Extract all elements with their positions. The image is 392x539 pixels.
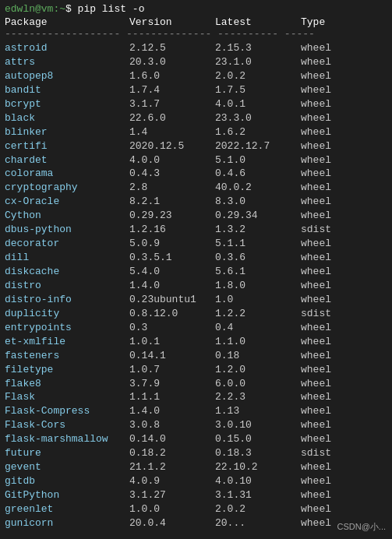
package-latest: 20... <box>215 516 301 530</box>
table-row: GitPython3.1.273.1.31wheel <box>5 488 387 502</box>
table-row: Flask1.1.12.2.3wheel <box>5 390 387 404</box>
package-version: 1.2.16 <box>129 223 215 237</box>
prompt-user: edwln@vm:~ <box>5 3 65 15</box>
package-name: black <box>5 111 129 125</box>
table-row: certifi2020.12.52022.12.7wheel <box>5 139 387 153</box>
package-name: astroid <box>5 41 129 55</box>
package-type: wheel <box>301 404 348 418</box>
package-name: greenlet <box>5 502 129 516</box>
package-name: Flask-Cors <box>5 418 129 432</box>
package-version: 4.0.9 <box>129 474 215 488</box>
package-latest: 2.0.2 <box>215 69 301 83</box>
package-type: wheel <box>301 335 348 349</box>
package-version: 0.8.12.0 <box>129 307 215 321</box>
package-name: gevent <box>5 460 129 474</box>
package-type: wheel <box>301 55 348 69</box>
package-version: 1.4 <box>129 125 215 139</box>
package-name: gunicorn <box>5 516 129 530</box>
package-name: cx-Oracle <box>5 195 129 209</box>
table-row: autopep81.6.02.0.2wheel <box>5 69 387 83</box>
package-version: 1.4.0 <box>129 404 215 418</box>
package-name: Flask-Compress <box>5 404 129 418</box>
package-type: wheel <box>301 488 348 502</box>
package-name: chardet <box>5 153 129 167</box>
package-latest: 1.6.2 <box>215 125 301 139</box>
package-type: wheel <box>301 209 348 223</box>
table-header: Package Version Latest Type <box>5 16 387 28</box>
package-version: 21.1.2 <box>129 460 215 474</box>
package-type: wheel <box>301 363 348 377</box>
table-row: dbus-python1.2.161.3.2sdist <box>5 223 387 237</box>
package-latest: 1.2.0 <box>215 363 301 377</box>
terminal: edwln@vm:~$ pip list -o Package Version … <box>0 0 392 539</box>
package-name: bandit <box>5 83 129 97</box>
package-version: 0.4.3 <box>129 167 215 181</box>
package-name: autopep8 <box>5 69 129 83</box>
package-latest: 0.29.34 <box>215 209 301 223</box>
package-type: wheel <box>301 41 348 55</box>
package-latest: 1.3.2 <box>215 223 301 237</box>
table-row: gevent21.1.222.10.2wheel <box>5 460 387 474</box>
package-version: 0.14.1 <box>129 349 215 363</box>
package-latest: 0.15.0 <box>215 432 301 446</box>
package-latest: 5.6.1 <box>215 265 301 279</box>
package-version: 1.1.1 <box>129 390 215 404</box>
package-type: wheel <box>301 139 348 153</box>
package-latest: 1.1.0 <box>215 335 301 349</box>
package-latest: 0.4 <box>215 321 301 335</box>
package-latest: 3.0.10 <box>215 418 301 432</box>
package-name: Cython <box>5 209 129 223</box>
table-row: distro-info0.23ubuntu11.0wheel <box>5 293 387 307</box>
package-version: 1.4.0 <box>129 279 215 293</box>
package-name: distro <box>5 279 129 293</box>
package-latest: 1.7.5 <box>215 83 301 97</box>
package-latest: 1.0 <box>215 293 301 307</box>
package-latest: 0.3.6 <box>215 251 301 265</box>
header-type: Type <box>301 16 348 28</box>
package-name: filetype <box>5 363 129 377</box>
package-name: future <box>5 446 129 460</box>
package-latest: 0.18.3 <box>215 446 301 460</box>
package-name: blinker <box>5 125 129 139</box>
package-name: flake8 <box>5 377 129 391</box>
package-type: wheel <box>301 69 348 83</box>
package-latest: 0.4.6 <box>215 167 301 181</box>
package-latest: 5.1.1 <box>215 237 301 251</box>
package-name: colorama <box>5 167 129 181</box>
package-name: flask-marshmallow <box>5 432 129 446</box>
table-row: gitdb4.0.94.0.10wheel <box>5 474 387 488</box>
package-version: 3.7.9 <box>129 377 215 391</box>
package-latest: 6.0.0 <box>215 377 301 391</box>
prompt-cmd: $ pip list -o <box>65 3 144 15</box>
package-type: wheel <box>301 390 348 404</box>
package-type: wheel <box>301 474 348 488</box>
package-latest: 2022.12.7 <box>215 139 301 153</box>
package-latest: 2.15.3 <box>215 41 301 55</box>
package-name: duplicity <box>5 307 129 321</box>
package-name: decorator <box>5 237 129 251</box>
package-version: 5.0.9 <box>129 237 215 251</box>
table-row: diskcache5.4.05.6.1wheel <box>5 265 387 279</box>
package-type: wheel <box>301 502 348 516</box>
package-name: fasteners <box>5 349 129 363</box>
table-row: distro1.4.01.8.0wheel <box>5 279 387 293</box>
table-row: flake83.7.96.0.0wheel <box>5 377 387 391</box>
package-name: bcrypt <box>5 97 129 111</box>
watermark: CSDN@小... <box>337 521 386 533</box>
table-row: decorator5.0.95.1.1wheel <box>5 237 387 251</box>
package-version: 1.0.7 <box>129 363 215 377</box>
package-type: wheel <box>301 265 348 279</box>
table-row: cryptography2.840.0.2wheel <box>5 181 387 195</box>
package-name: attrs <box>5 55 129 69</box>
package-type: wheel <box>301 293 348 307</box>
table-row: blinker1.41.6.2wheel <box>5 125 387 139</box>
package-version: 3.0.8 <box>129 418 215 432</box>
package-name: diskcache <box>5 265 129 279</box>
package-type: wheel <box>301 97 348 111</box>
package-type: wheel <box>301 181 348 195</box>
package-version: 8.2.1 <box>129 195 215 209</box>
package-type: sdist <box>301 307 348 321</box>
package-type: wheel <box>301 460 348 474</box>
package-type: wheel <box>301 251 348 265</box>
package-type: wheel <box>301 377 348 391</box>
